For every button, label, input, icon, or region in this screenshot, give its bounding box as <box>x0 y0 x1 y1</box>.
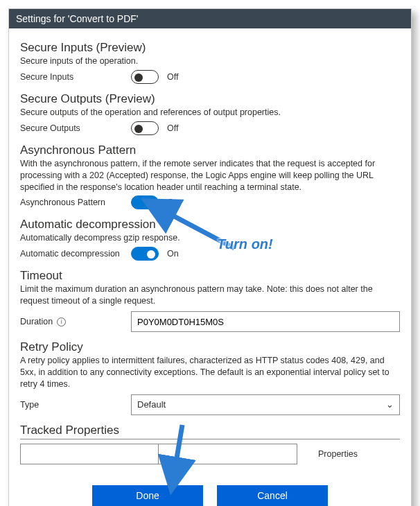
section-retry-policy: Retry Policy A retry policy applies to i… <box>20 340 400 415</box>
field-label: Type <box>20 400 131 410</box>
cancel-button[interactable]: Cancel <box>217 485 328 506</box>
chevron-down-icon: ⌄ <box>386 399 394 410</box>
toggle-state: Off <box>167 72 178 82</box>
toggle-state: On <box>167 198 179 207</box>
section-title: Retry Policy <box>20 340 400 354</box>
section-timeout: Timeout Limit the maximum duration an as… <box>20 269 400 332</box>
settings-dialog: Settings for 'Convert to PDF' Secure Inp… <box>8 8 412 506</box>
section-auto-decompression: Automatic decompression Automatically de… <box>20 218 400 261</box>
field-label: Duration i <box>20 317 131 326</box>
toggle-state: Off <box>167 123 178 133</box>
select-value: Default <box>137 399 166 410</box>
section-desc: Automatically decompress gzip response. <box>20 232 400 244</box>
async-pattern-toggle[interactable] <box>131 195 159 209</box>
section-secure-outputs: Secure Outputs (Preview) Secure outputs … <box>20 92 400 135</box>
section-title: Secure Inputs (Preview) <box>20 41 400 55</box>
section-title: Tracked Properties <box>20 424 400 439</box>
retry-type-select[interactable]: Default ⌄ <box>131 394 400 415</box>
section-title: Timeout <box>20 269 400 283</box>
dialog-title: Settings for 'Convert to PDF' <box>16 13 139 24</box>
section-desc: A retry policy applies to intermittent f… <box>20 355 400 390</box>
section-desc: With the asynchronous pattern, if the re… <box>20 158 400 193</box>
toggle-label: Secure Outputs <box>20 123 131 133</box>
section-async-pattern: Asynchronous Pattern With the asynchrono… <box>20 143 400 210</box>
duration-input[interactable] <box>131 311 400 332</box>
section-title: Asynchronous Pattern <box>20 143 400 157</box>
section-title: Secure Outputs (Preview) <box>20 92 400 106</box>
section-desc: Secure inputs of the operation. <box>20 55 400 67</box>
secure-outputs-toggle[interactable] <box>131 121 159 135</box>
section-secure-inputs: Secure Inputs (Preview) Secure inputs of… <box>20 41 400 84</box>
dialog-content: Secure Inputs (Preview) Secure inputs of… <box>9 28 411 506</box>
section-title: Automatic decompression <box>20 218 400 232</box>
section-desc: Secure outputs of the operation and refe… <box>20 107 400 119</box>
dialog-footer: Done Cancel <box>20 485 400 506</box>
auto-decompression-toggle[interactable] <box>131 247 159 261</box>
toggle-label: Secure Inputs <box>20 72 131 82</box>
tracked-key-input[interactable] <box>20 444 159 464</box>
toggle-label: Automatic decompression <box>20 249 131 259</box>
toggle-state: On <box>167 249 179 259</box>
section-desc: Limit the maximum duration an asynchrono… <box>20 283 400 307</box>
section-tracked-properties: Tracked Properties Properties <box>20 424 400 464</box>
done-button[interactable]: Done <box>92 485 203 506</box>
tracked-value-input[interactable] <box>159 444 297 464</box>
toggle-label: Asynchronous Pattern <box>20 198 131 207</box>
secure-inputs-toggle[interactable] <box>131 70 159 84</box>
dialog-titlebar: Settings for 'Convert to PDF' <box>9 9 411 28</box>
info-icon[interactable]: i <box>57 317 66 326</box>
properties-label: Properties <box>318 449 358 459</box>
